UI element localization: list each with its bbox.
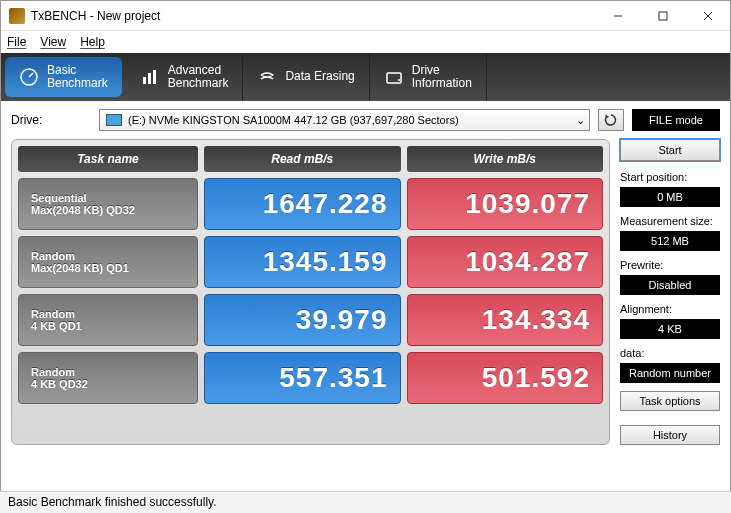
menu-file[interactable]: File [7,35,26,49]
svg-line-5 [29,73,33,77]
tab-label: Basic Benchmark [47,64,108,90]
menu-help[interactable]: Help [80,35,105,49]
tab-label: Data Erasing [285,70,354,83]
header-write: Write mB/s [407,146,604,172]
startpos-label: Start position: [620,171,720,183]
history-button[interactable]: History [620,425,720,445]
svg-rect-8 [153,70,156,84]
tabstrip: Basic Benchmark Advanced Benchmark Data … [1,53,730,101]
header-task: Task name [18,146,198,172]
task-options-button[interactable]: Task options [620,391,720,411]
table-row: Random4 KB QD32 557.351 501.592 [18,352,603,404]
align-value[interactable]: 4 KB [620,319,720,339]
drive-selected-text: (E:) NVMe KINGSTON SA1000M 447.12 GB (93… [128,114,459,126]
read-value: 557.351 [204,352,401,404]
write-value: 134.334 [407,294,604,346]
tab-label: Drive Information [412,64,472,90]
bars-icon [140,67,160,87]
titlebar: TxBENCH - New project [1,1,730,31]
tab-advanced-benchmark[interactable]: Advanced Benchmark [126,53,244,101]
menu-view[interactable]: View [40,35,66,49]
svg-point-10 [398,79,400,81]
svg-rect-6 [143,77,146,84]
hdd-icon [106,114,122,126]
svg-rect-7 [148,73,151,84]
read-value: 39.979 [204,294,401,346]
close-button[interactable] [685,1,730,31]
tab-drive-information[interactable]: Drive Information [370,53,487,101]
read-value: 1647.228 [204,178,401,230]
header-read: Read mB/s [204,146,401,172]
drive-label: Drive: [11,113,91,127]
erase-icon [257,67,277,87]
drive-row: Drive: (E:) NVMe KINGSTON SA1000M 447.12… [1,101,730,139]
task-cell[interactable]: RandomMax(2048 KB) QD1 [18,236,198,288]
task-cell[interactable]: Random4 KB QD1 [18,294,198,346]
data-value[interactable]: Random number [620,363,720,383]
task-cell[interactable]: Random4 KB QD32 [18,352,198,404]
menubar: File View Help [1,31,730,53]
tab-data-erasing[interactable]: Data Erasing [243,53,369,101]
svg-rect-1 [659,12,667,20]
table-row: SequentialMax(2048 KB) QD32 1647.228 103… [18,178,603,230]
status-bar: Basic Benchmark finished successfully. [0,491,731,513]
tab-label: Advanced Benchmark [168,64,229,90]
prewrite-label: Prewrite: [620,259,720,271]
side-panel: Start Start position: 0 MB Measurement s… [620,139,720,445]
data-label: data: [620,347,720,359]
window-title: TxBENCH - New project [31,9,595,23]
svg-rect-9 [387,73,401,83]
msize-value[interactable]: 512 MB [620,231,720,251]
align-label: Alignment: [620,303,720,315]
write-value: 501.592 [407,352,604,404]
msize-label: Measurement size: [620,215,720,227]
startpos-value[interactable]: 0 MB [620,187,720,207]
app-icon [9,8,25,24]
gauge-icon [19,67,39,87]
write-value: 1039.077 [407,178,604,230]
start-button[interactable]: Start [620,139,720,161]
chevron-down-icon: ⌄ [576,114,585,127]
prewrite-value[interactable]: Disabled [620,275,720,295]
write-value: 1034.287 [407,236,604,288]
read-value: 1345.159 [204,236,401,288]
tab-basic-benchmark[interactable]: Basic Benchmark [5,57,122,97]
task-cell[interactable]: SequentialMax(2048 KB) QD32 [18,178,198,230]
refresh-button[interactable] [598,109,624,131]
minimize-button[interactable] [595,1,640,31]
maximize-button[interactable] [640,1,685,31]
benchmark-panel: Task name Read mB/s Write mB/s Sequentia… [11,139,610,445]
drive-select[interactable]: (E:) NVMe KINGSTON SA1000M 447.12 GB (93… [99,109,590,131]
table-row: RandomMax(2048 KB) QD1 1345.159 1034.287 [18,236,603,288]
drive-icon [384,67,404,87]
file-mode-button[interactable]: FILE mode [632,109,720,131]
table-row: Random4 KB QD1 39.979 134.334 [18,294,603,346]
